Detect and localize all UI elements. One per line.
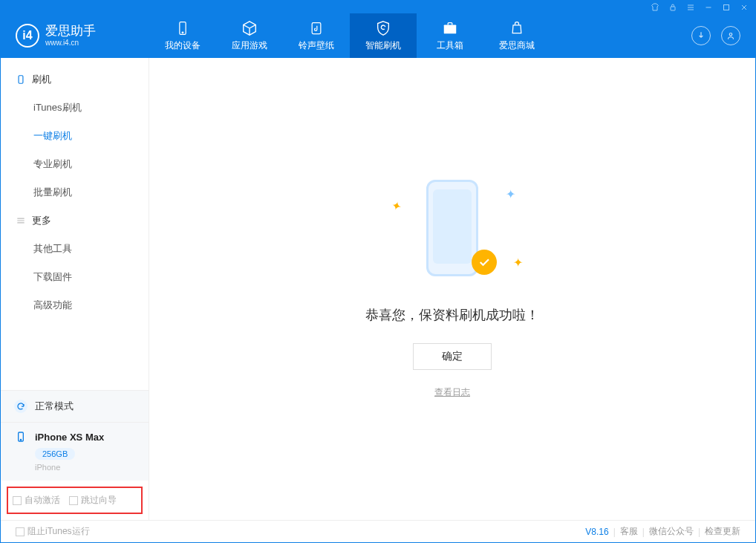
device-type: iPhone xyxy=(35,463,135,472)
logo-subtitle: www.i4.cn xyxy=(45,39,96,47)
titlebar xyxy=(1,1,755,13)
nav-ringtone[interactable]: 铃声壁纸 xyxy=(283,13,350,58)
download-button[interactable] xyxy=(691,26,711,45)
device-name: iPhone XS Max xyxy=(35,432,104,443)
success-check-badge xyxy=(472,250,497,275)
svg-rect-7 xyxy=(19,76,23,84)
maximize-button[interactable] xyxy=(721,2,731,13)
sparkle-icon: ✦ xyxy=(506,187,512,193)
footer-link-update[interactable]: 检查更新 xyxy=(705,525,740,538)
main-content: ✦ ✦ ✦ 恭喜您，保资料刷机成功啦！ 确定 查看日志 xyxy=(149,58,755,520)
sidebar-item-oneclick-flash[interactable]: 一键刷机 xyxy=(1,122,149,150)
device-info: iPhone XS Max 256GB iPhone xyxy=(1,423,149,481)
footer-link-wechat[interactable]: 微信公众号 xyxy=(649,525,694,538)
view-log-link[interactable]: 查看日志 xyxy=(434,387,470,397)
success-graphic: ✦ ✦ ✦ xyxy=(408,180,497,284)
sidebar-item-itunes-flash[interactable]: iTunes刷机 xyxy=(1,94,149,122)
ok-button[interactable]: 确定 xyxy=(413,343,492,370)
logo-title: 爱思助手 xyxy=(45,25,96,39)
checkbox-icon xyxy=(69,496,78,505)
sidebar: 刷机 iTunes刷机 一键刷机 专业刷机 批量刷机 更多 其他工具 下载固件 … xyxy=(1,58,149,520)
phone-icon xyxy=(175,20,191,36)
header-actions xyxy=(691,26,755,45)
svg-rect-5 xyxy=(444,25,457,33)
menu-icon[interactable] xyxy=(685,2,696,13)
account-button[interactable] xyxy=(721,26,740,45)
bag-icon xyxy=(509,20,525,36)
checkbox-icon xyxy=(16,527,25,536)
checkbox-icon xyxy=(13,496,22,505)
svg-rect-0 xyxy=(671,7,675,10)
nav-store[interactable]: 爱思商城 xyxy=(483,13,550,58)
device-phone-icon xyxy=(14,430,27,443)
success-panel: ✦ ✦ ✦ 恭喜您，保资料刷机成功啦！ 确定 查看日志 xyxy=(365,180,539,399)
shield-refresh-icon xyxy=(375,20,391,36)
nav-my-device[interactable]: 我的设备 xyxy=(149,13,216,58)
minimize-button[interactable] xyxy=(703,2,714,13)
tshirt-icon[interactable] xyxy=(650,2,660,13)
checkbox-block-itunes[interactable]: 阻止iTunes运行 xyxy=(16,525,90,538)
footer-link-service[interactable]: 客服 xyxy=(620,525,638,538)
device-mode: 正常模式 xyxy=(1,391,149,423)
music-icon xyxy=(308,20,325,36)
sparkle-icon: ✦ xyxy=(392,198,400,205)
svg-rect-4 xyxy=(312,22,321,33)
svg-point-3 xyxy=(182,32,183,33)
app-window: i4 爱思助手 www.i4.cn 我的设备 应用游戏 铃声壁纸 智能刷机 xyxy=(0,0,756,543)
success-title: 恭喜您，保资料刷机成功啦！ xyxy=(365,306,539,324)
svg-point-9 xyxy=(20,439,21,440)
nav-apps[interactable]: 应用游戏 xyxy=(216,13,283,58)
sparkle-icon: ✦ xyxy=(513,256,519,261)
cube-icon xyxy=(241,20,258,36)
sidebar-group-more: 更多 xyxy=(1,207,149,235)
menu-small-icon xyxy=(16,215,26,226)
version-label: V8.16 xyxy=(585,527,608,537)
app-logo: i4 爱思助手 www.i4.cn xyxy=(1,13,149,58)
footer: 阻止iTunes运行 V8.16 | 客服 | 微信公众号 | 检查更新 xyxy=(1,520,755,542)
logo-icon: i4 xyxy=(16,24,39,48)
mode-label: 正常模式 xyxy=(35,400,74,413)
lock-icon[interactable] xyxy=(668,2,678,13)
sidebar-group-flash: 刷机 xyxy=(1,65,149,94)
close-button[interactable] xyxy=(739,2,749,13)
phone-graphic xyxy=(426,180,478,276)
sidebar-item-advanced[interactable]: 高级功能 xyxy=(1,291,149,319)
body: 刷机 iTunes刷机 一键刷机 专业刷机 批量刷机 更多 其他工具 下载固件 … xyxy=(1,58,755,520)
highlighted-options: 自动激活 跳过向导 xyxy=(7,487,143,514)
device-capacity: 256GB xyxy=(35,448,75,460)
refresh-icon xyxy=(14,400,27,413)
checkbox-auto-activate[interactable]: 自动激活 xyxy=(13,494,60,507)
sidebar-item-batch-flash[interactable]: 批量刷机 xyxy=(1,178,149,207)
top-nav: 我的设备 应用游戏 铃声壁纸 智能刷机 工具箱 爱思商城 xyxy=(149,13,550,58)
phone-small-icon xyxy=(16,74,26,85)
checkbox-skip-guide[interactable]: 跳过向导 xyxy=(69,494,117,507)
briefcase-icon xyxy=(442,20,458,36)
nav-toolbox[interactable]: 工具箱 xyxy=(417,13,483,58)
header: i4 爱思助手 www.i4.cn 我的设备 应用游戏 铃声壁纸 智能刷机 xyxy=(1,13,755,58)
sidebar-item-other-tools[interactable]: 其他工具 xyxy=(1,235,149,263)
nav-smart-flash[interactable]: 智能刷机 xyxy=(350,13,417,58)
svg-point-6 xyxy=(729,33,732,36)
sidebar-item-download-firmware[interactable]: 下载固件 xyxy=(1,263,149,291)
svg-rect-1 xyxy=(724,4,729,10)
sidebar-item-pro-flash[interactable]: 专业刷机 xyxy=(1,150,149,178)
